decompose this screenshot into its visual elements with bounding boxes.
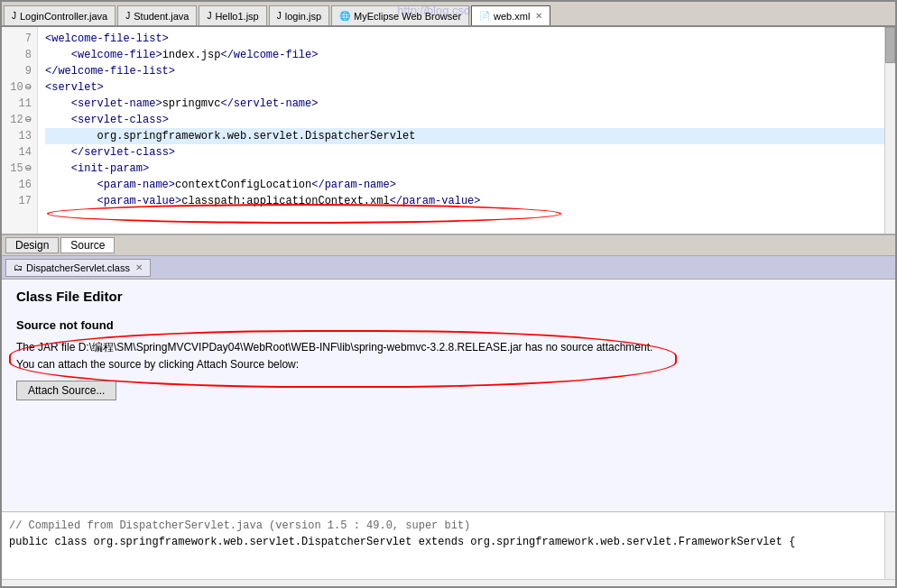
compiled-scrollbar[interactable]: [884, 512, 895, 579]
source-not-found-label: Source not found: [16, 318, 881, 332]
code-line-16: <param-name>contextConfigLocation</param…: [45, 177, 888, 193]
scrollbar-thumb[interactable]: [885, 27, 895, 63]
tab-close-web-xml[interactable]: ✕: [535, 11, 542, 21]
tab-myeclipse-browser[interactable]: 🌐 MyEclipse Web Browser: [331, 5, 469, 25]
line-num-10: 10: [7, 79, 32, 96]
java-icon-2: J: [125, 11, 130, 21]
tab-login-jsp[interactable]: J login.jsp: [269, 5, 329, 25]
code-line-10: <servlet>: [45, 79, 888, 96]
class-editor-title: Class File Editor: [16, 289, 881, 304]
tab-web-xml[interactable]: 📄 web.xml ✕: [471, 5, 550, 25]
attach-hint: You can attach the source by clicking At…: [16, 356, 881, 373]
code-area: 7 8 9 10 11 12 13 14 15 16 17 <welcome-f…: [2, 27, 895, 234]
code-line-11: <servlet-name>springmvc</servlet-name>: [45, 96, 888, 112]
tab-student[interactable]: J Student.java: [117, 5, 197, 25]
source-message-region: The JAR file D:\编程\SM\SpringMVCVIPDay04\…: [16, 339, 881, 373]
attach-source-button[interactable]: Attach Source...: [16, 381, 116, 400]
browser-icon: 🌐: [339, 11, 350, 21]
compiled-line-1: // Compiled from DispatcherServlet.java …: [9, 518, 888, 534]
line-num-8: 8: [7, 47, 32, 63]
lower-pane: 🗂 DispatcherServlet.class ✕ Class File E…: [2, 256, 895, 588]
xml-icon: 📄: [479, 11, 490, 21]
compiled-line-2: public class org.springframework.web.ser…: [9, 534, 888, 550]
java-icon: J: [12, 11, 16, 21]
tab-login-controller[interactable]: J LoginController.java: [4, 5, 116, 25]
code-line-12: <servlet-class>: [45, 112, 888, 128]
source-tab[interactable]: Source: [60, 237, 115, 253]
line-num-16: 16: [7, 177, 32, 193]
compiled-section: // Compiled from DispatcherServlet.java …: [2, 511, 895, 579]
bottom-tab-bar: Design Source http://blog.csdn.net/: [2, 234, 895, 256]
line-num-14: 14: [7, 144, 32, 161]
code-line-15: <init-param>: [45, 161, 888, 177]
class-file-icon: 🗂: [14, 262, 23, 272]
jsp-icon: J: [207, 11, 211, 21]
line-num-15: 15: [7, 161, 32, 177]
class-file-editor: Class File Editor Source not found The J…: [2, 280, 895, 511]
line-num-11: 11: [7, 96, 32, 112]
code-line-7: <welcome-file-list>: [45, 31, 888, 47]
dispatcher-servlet-tab[interactable]: 🗂 DispatcherServlet.class ✕: [5, 259, 151, 277]
tab-hello1-jsp[interactable]: J Hello1.jsp: [199, 5, 266, 25]
bottom-scrollbar[interactable]: [2, 579, 895, 588]
line-num-9: 9: [7, 63, 32, 79]
code-line-17: <param-value>classpath:applicationContex…: [45, 193, 888, 209]
jsp-icon-2: J: [277, 11, 282, 21]
tab-bar: J LoginController.java J Student.java J …: [2, 2, 895, 27]
line-num-13: 13: [7, 128, 32, 144]
code-line-8: <welcome-file>index.jsp</welcome-file>: [45, 47, 888, 63]
editor-scrollbar[interactable]: [884, 27, 895, 234]
code-content[interactable]: <welcome-file-list> <welcome-file>index.…: [38, 27, 895, 234]
line-num-7: 7: [7, 31, 32, 47]
dispatcher-tab-bar: 🗂 DispatcherServlet.class ✕: [2, 256, 895, 280]
code-line-13: org.springframework.web.servlet.Dispatch…: [45, 128, 888, 144]
design-tab[interactable]: Design: [5, 237, 59, 253]
dispatcher-tab-close[interactable]: ✕: [135, 262, 143, 272]
jar-message: The JAR file D:\编程\SM\SpringMVCVIPDay04\…: [16, 339, 881, 356]
code-line-14: </servlet-class>: [45, 144, 888, 161]
line-numbers: 7 8 9 10 11 12 13 14 15 16 17: [2, 27, 38, 234]
line-num-17: 17: [7, 193, 32, 209]
code-line-9: </welcome-file-list>: [45, 63, 888, 79]
editor-pane: 7 8 9 10 11 12 13 14 15 16 17 <welcome-f…: [2, 27, 895, 234]
line-num-12: 12: [7, 112, 32, 128]
